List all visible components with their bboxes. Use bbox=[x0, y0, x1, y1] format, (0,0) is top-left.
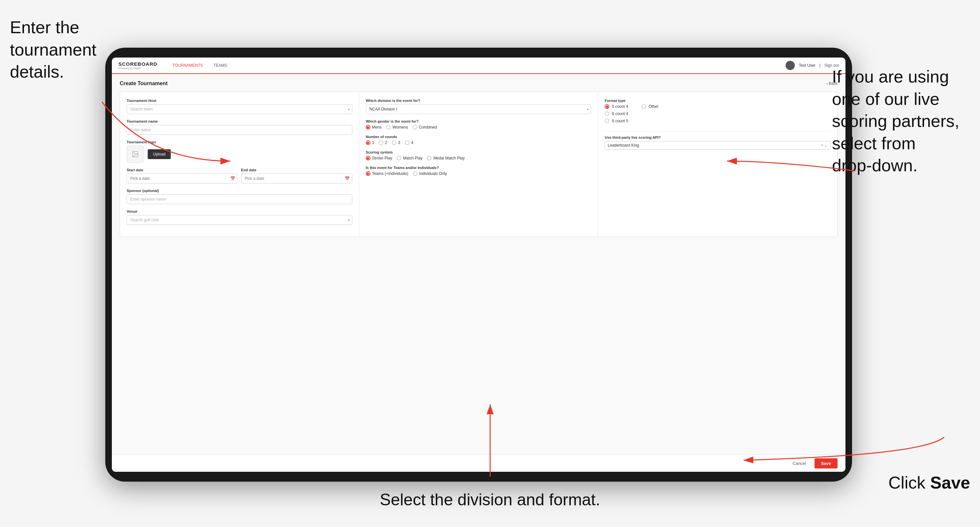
col3-divider bbox=[605, 131, 830, 132]
event-type-label: Is this event for Teams and/or Individua… bbox=[366, 166, 592, 170]
sponsor-input[interactable] bbox=[127, 194, 352, 204]
annotation-top-right: If you are usingone of our livescoring p… bbox=[832, 66, 970, 177]
tournament-host-label: Tournament Host bbox=[127, 98, 352, 103]
venue-input[interactable] bbox=[127, 215, 352, 225]
rounds-1-radio[interactable] bbox=[366, 140, 371, 145]
gender-mens[interactable]: Mens bbox=[366, 125, 382, 130]
end-date-group: End date 📅 bbox=[241, 168, 352, 183]
tablet-screen: SCOREBOARD Powered by Clippit TOURNAMENT… bbox=[112, 57, 845, 472]
scoring-api-group: Use third-party live scoring API? Leader… bbox=[605, 135, 830, 149]
tablet-frame: SCOREBOARD Powered by Clippit TOURNAMENT… bbox=[105, 48, 852, 482]
rounds-group: Number of rounds 1 2 bbox=[366, 135, 592, 145]
format-options-right: Other bbox=[641, 104, 659, 126]
event-individuals-radio[interactable] bbox=[413, 171, 417, 176]
gender-womens-radio[interactable] bbox=[386, 125, 391, 130]
end-date-input[interactable] bbox=[241, 174, 352, 183]
separator: | bbox=[819, 63, 821, 68]
scoring-medal-match[interactable]: Medal Match Play bbox=[427, 156, 465, 160]
start-date-label: Start date bbox=[127, 168, 238, 172]
rounds-2[interactable]: 2 bbox=[379, 140, 387, 145]
nav-tabs: TOURNAMENTS TEAMS bbox=[167, 57, 232, 73]
svg-point-1 bbox=[134, 152, 135, 154]
header-right: Test User | Sign out bbox=[786, 61, 839, 70]
gender-combined-radio[interactable] bbox=[412, 125, 417, 130]
app-header: SCOREBOARD Powered by Clippit TOURNAMENT… bbox=[112, 57, 845, 74]
rounds-4-radio[interactable] bbox=[405, 140, 410, 145]
scoring-api-dropdown-icon[interactable]: ⌄ bbox=[824, 143, 828, 148]
format-other[interactable]: Other bbox=[641, 104, 659, 109]
form-column-2: Which division is the event for? NCAA Di… bbox=[359, 92, 598, 237]
venue-wrapper: ▾ bbox=[127, 215, 352, 225]
format-6count5[interactable]: 6 count 5 bbox=[605, 119, 628, 123]
rounds-radio-group: 1 2 3 bbox=[366, 140, 592, 145]
tournament-name-label: Tournament name bbox=[127, 119, 352, 123]
rounds-1[interactable]: 1 bbox=[366, 140, 374, 145]
format-6count5-radio[interactable] bbox=[605, 119, 609, 123]
end-date-wrapper: 📅 bbox=[241, 174, 352, 183]
tab-teams[interactable]: TEAMS bbox=[208, 57, 232, 74]
page-header: Create Tournament ‹ Back bbox=[120, 81, 838, 86]
end-date-label: End date bbox=[241, 168, 352, 172]
form-grid: Tournament Host ▾ Tournament name Tourna bbox=[120, 92, 838, 237]
tab-tournaments[interactable]: TOURNAMENTS bbox=[167, 57, 208, 74]
scoring-system-label: Scoring system bbox=[366, 150, 592, 154]
scoring-api-input[interactable]: Leaderboard King × ⌄ bbox=[605, 141, 830, 149]
upload-button[interactable]: Upload bbox=[148, 149, 171, 159]
event-individuals[interactable]: Individuals Only bbox=[413, 171, 447, 176]
tournament-logo-label: Tournament logo bbox=[127, 140, 352, 144]
event-type-group: Is this event for Teams and/or Individua… bbox=[366, 166, 592, 176]
gender-mens-radio[interactable] bbox=[366, 125, 371, 130]
scoring-stroke-radio[interactable] bbox=[366, 156, 371, 160]
rounds-4[interactable]: 4 bbox=[405, 140, 414, 145]
scoring-api-clear-icon[interactable]: × bbox=[821, 143, 823, 148]
scoring-match[interactable]: Match Play bbox=[397, 156, 422, 160]
logo-placeholder-icon bbox=[127, 146, 144, 163]
venue-group: Venue ▾ bbox=[127, 210, 352, 225]
format-type-group: Format type 5 count 4 6 coun bbox=[605, 98, 830, 126]
save-button[interactable]: Save bbox=[815, 458, 838, 468]
division-group: Which division is the event for? NCAA Di… bbox=[366, 98, 592, 114]
tournament-host-input[interactable] bbox=[127, 104, 352, 114]
format-type-label: Format type bbox=[605, 98, 830, 103]
gender-label: Which gender is the event for? bbox=[366, 119, 592, 123]
scoring-radio-group: Stroke Play Match Play Medal Match Play bbox=[366, 156, 592, 160]
logo-subtitle: Powered by Clippit bbox=[118, 67, 157, 70]
rounds-2-radio[interactable] bbox=[379, 140, 383, 145]
rounds-3-radio[interactable] bbox=[392, 140, 396, 145]
gender-combined[interactable]: Combined bbox=[412, 125, 437, 130]
event-teams[interactable]: Teams (+Individuals) bbox=[366, 171, 408, 176]
logo-title: SCOREBOARD bbox=[118, 61, 157, 67]
event-teams-radio[interactable] bbox=[366, 171, 371, 176]
annotation-bottom-center: Select the division and format. bbox=[380, 489, 600, 511]
app-main: Create Tournament ‹ Back Tournament Host… bbox=[112, 74, 845, 455]
division-select[interactable]: NCAA Division I bbox=[366, 104, 592, 114]
scoring-api-controls: × ⌄ bbox=[821, 143, 828, 148]
rounds-label: Number of rounds bbox=[366, 135, 592, 139]
rounds-3[interactable]: 3 bbox=[392, 140, 400, 145]
cancel-button[interactable]: Cancel bbox=[787, 458, 811, 468]
sponsor-label: Sponsor (optional) bbox=[127, 189, 352, 193]
scoring-match-radio[interactable] bbox=[397, 156, 401, 160]
event-type-radio-group: Teams (+Individuals) Individuals Only bbox=[366, 171, 592, 176]
form-column-1: Tournament Host ▾ Tournament name Tourna bbox=[120, 92, 359, 237]
form-column-3: Format type 5 count 4 6 coun bbox=[598, 92, 837, 237]
division-label: Which division is the event for? bbox=[366, 98, 592, 103]
tournament-name-input[interactable] bbox=[127, 125, 352, 135]
format-6count4-radio[interactable] bbox=[605, 111, 609, 116]
division-wrapper: NCAA Division I ▾ bbox=[366, 104, 592, 114]
scoring-medal-match-radio[interactable] bbox=[427, 156, 432, 160]
format-5count4[interactable]: 5 count 4 bbox=[605, 104, 628, 109]
sponsor-group: Sponsor (optional) bbox=[127, 189, 352, 204]
start-date-input[interactable] bbox=[127, 174, 238, 183]
gender-womens[interactable]: Womens bbox=[386, 125, 408, 130]
format-options-left: 5 count 4 6 count 4 6 count 5 bbox=[605, 104, 628, 126]
scoring-api-label: Use third-party live scoring API? bbox=[605, 135, 830, 140]
logo-upload-area: Upload bbox=[127, 146, 352, 163]
date-row: Start date 📅 End date bbox=[127, 168, 352, 183]
format-other-radio[interactable] bbox=[641, 104, 646, 109]
scoring-stroke[interactable]: Stroke Play bbox=[366, 156, 392, 160]
format-6count4[interactable]: 6 count 4 bbox=[605, 111, 628, 116]
app-footer: Cancel Save bbox=[112, 455, 845, 472]
format-5count4-radio[interactable] bbox=[605, 104, 609, 109]
annotation-top-left: Enter thetournamentdetails. bbox=[10, 16, 96, 83]
